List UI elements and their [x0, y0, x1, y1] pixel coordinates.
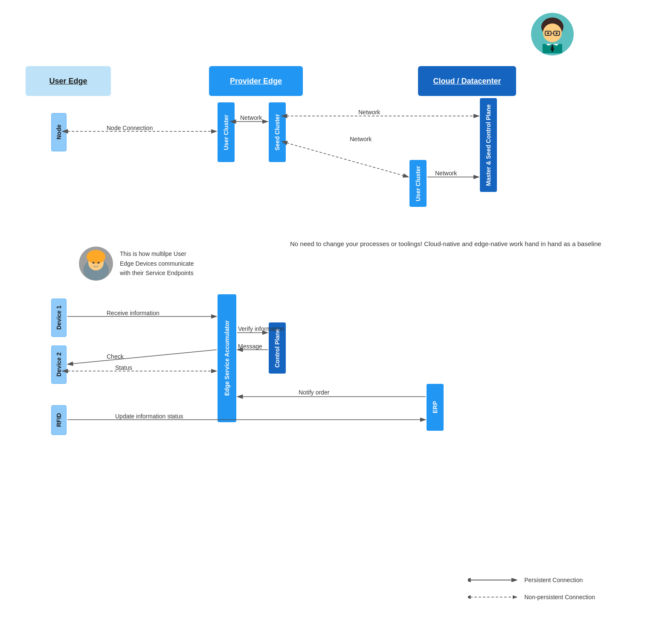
svg-point-30: [93, 262, 95, 264]
master-seed-control: Master & Seed Control Plane: [480, 98, 497, 192]
device2-component: Device 2: [51, 345, 67, 384]
avatar-left: [79, 247, 113, 281]
legend-non-persistent: Non-persistent Connection: [468, 593, 595, 601]
label-node-connection: Node Connection: [107, 125, 153, 131]
svg-point-6: [556, 32, 558, 35]
zone-provider-edge: Provider Edge: [209, 66, 303, 96]
label-receive-info: Receive information: [107, 310, 160, 316]
arrows-svg: [0, 0, 659, 644]
label-network4: Network: [435, 170, 457, 177]
user-cluster-1: User Cluster: [218, 102, 235, 162]
avatar-top: [531, 13, 574, 55]
node-component: Node: [51, 113, 67, 151]
legend: Persistent Connection Non-persistent Con…: [468, 576, 595, 610]
edge-service: Edge Service Accumulator: [218, 294, 236, 422]
rfid-component: RFID: [51, 405, 67, 435]
zone-cloud: Cloud / Datacenter: [418, 66, 516, 96]
zone-user-edge: User Edge: [26, 66, 111, 96]
svg-line-18: [287, 143, 409, 177]
info-block-left: This is how multilpe User Edge Devices c…: [79, 247, 194, 281]
label-network3: Network: [350, 136, 372, 142]
diagram-container: User Edge Provider Edge Cloud / Datacent…: [0, 0, 659, 644]
legend-persistent: Persistent Connection: [468, 576, 595, 584]
label-check: Check: [107, 353, 124, 360]
svg-point-1: [543, 23, 562, 42]
label-message: Message: [238, 343, 262, 350]
svg-point-5: [547, 32, 549, 35]
label-notify-order: Notify order: [299, 389, 329, 396]
info-text-left: This is how multilpe User Edge Devices c…: [120, 249, 194, 278]
label-status: Status: [115, 364, 132, 371]
info-text-right: No need to change your processes or tool…: [290, 239, 601, 249]
svg-line-21: [67, 350, 217, 364]
erp-component: ERP: [427, 384, 444, 431]
svg-point-31: [98, 262, 100, 264]
seed-cluster: Seed Cluster: [269, 102, 286, 162]
device1-component: Device 1: [51, 299, 67, 337]
label-network1: Network: [240, 114, 262, 121]
user-cluster-2: User Cluster: [409, 160, 427, 207]
label-update-info: Update information status: [115, 413, 183, 420]
label-network2: Network: [358, 109, 380, 116]
label-verify-info: Verify information: [238, 325, 284, 332]
svg-point-29: [87, 250, 105, 264]
